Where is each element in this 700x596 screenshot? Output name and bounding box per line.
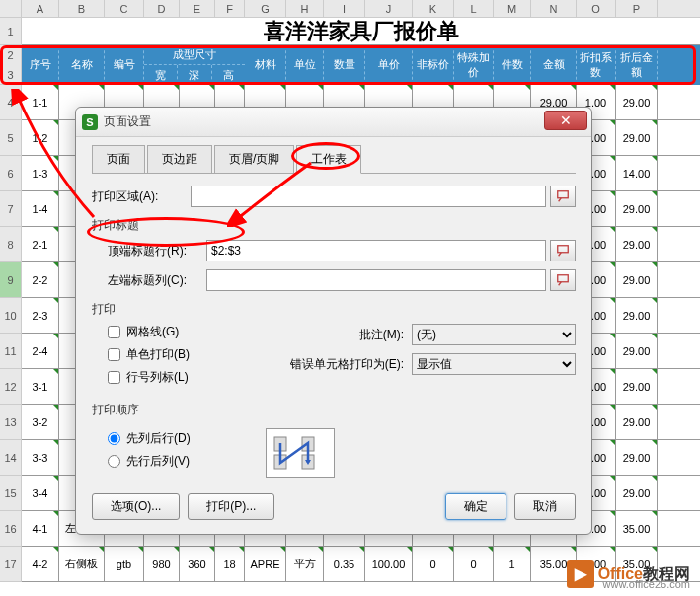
cell[interactable]: 3-1 bbox=[22, 369, 59, 404]
col-header[interactable]: O bbox=[577, 0, 616, 17]
cell[interactable]: 1-1 bbox=[22, 85, 59, 119]
bw-checkbox-row[interactable]: 单色打印(B) bbox=[108, 346, 266, 363]
gridlines-checkbox-row[interactable]: 网格线(G) bbox=[108, 324, 266, 340]
cell[interactable]: 360 bbox=[180, 547, 215, 581]
cancel-button[interactable]: 取消 bbox=[514, 493, 576, 520]
row-header[interactable]: 16 bbox=[0, 511, 22, 547]
th-unit[interactable]: 单位 bbox=[286, 45, 324, 85]
order-down-radio[interactable] bbox=[108, 432, 120, 445]
cell[interactable]: 980 bbox=[144, 547, 180, 581]
row-header[interactable]: 17 bbox=[0, 547, 22, 582]
th-nonstd[interactable]: 非标价 bbox=[413, 45, 454, 85]
cell[interactable]: 29.00 bbox=[616, 85, 658, 119]
row-header[interactable]: 13 bbox=[0, 405, 22, 440]
tab-header[interactable]: 页眉/页脚 bbox=[214, 145, 294, 173]
tab-page[interactable]: 页面 bbox=[92, 145, 145, 173]
row-header-1[interactable]: 1 bbox=[0, 18, 22, 45]
cell[interactable]: 29.00 bbox=[616, 369, 658, 404]
cell[interactable]: 29.00 bbox=[616, 191, 658, 226]
cell[interactable]: 0 bbox=[454, 547, 494, 581]
select-all-corner[interactable] bbox=[0, 0, 22, 17]
col-header[interactable]: K bbox=[413, 0, 454, 17]
col-header[interactable]: P bbox=[616, 0, 658, 17]
cell[interactable]: 29.00 bbox=[616, 405, 658, 439]
col-header[interactable]: E bbox=[180, 0, 215, 17]
cell[interactable]: 29.00 bbox=[616, 334, 658, 368]
cell[interactable]: 右侧板 bbox=[59, 547, 105, 581]
range-picker-button[interactable] bbox=[550, 240, 576, 261]
cell[interactable]: 35.00 bbox=[616, 511, 658, 546]
col-header[interactable]: M bbox=[494, 0, 531, 17]
cell[interactable]: 29.00 bbox=[616, 227, 658, 261]
row-header[interactable]: 10 bbox=[0, 298, 22, 334]
cell[interactable]: 2-3 bbox=[22, 298, 59, 333]
cell[interactable]: 0.35 bbox=[324, 547, 365, 581]
order-over-radio-row[interactable]: 先行后列(V) bbox=[108, 453, 266, 470]
row-header[interactable]: 12 bbox=[0, 369, 22, 405]
tab-margin[interactable]: 页边距 bbox=[147, 145, 212, 173]
cell[interactable]: 18 bbox=[215, 547, 245, 581]
cell[interactable]: 14.00 bbox=[616, 156, 658, 190]
sheet-title[interactable]: 喜洋洋家具厂报价单 bbox=[22, 18, 700, 45]
row-header[interactable]: 6 bbox=[0, 156, 22, 191]
cell[interactable]: 1-3 bbox=[22, 156, 59, 190]
cell[interactable]: 29.00 bbox=[616, 120, 658, 155]
col-header[interactable]: C bbox=[105, 0, 144, 17]
cell[interactable]: 3-4 bbox=[22, 476, 59, 510]
top-row-input[interactable] bbox=[206, 240, 546, 261]
row-header[interactable]: 11 bbox=[0, 334, 22, 369]
th-code[interactable]: 编号 bbox=[105, 45, 144, 85]
errors-select[interactable]: 显示值 bbox=[412, 353, 576, 375]
range-picker-button[interactable] bbox=[550, 269, 576, 291]
close-button[interactable]: ✕ bbox=[544, 111, 587, 130]
order-over-radio[interactable] bbox=[108, 455, 120, 468]
cell[interactable]: 1 bbox=[494, 547, 531, 581]
options-button[interactable]: 选项(O)... bbox=[92, 493, 180, 520]
th-name[interactable]: 名称 bbox=[59, 45, 105, 85]
cell[interactable]: 100.00 bbox=[365, 547, 413, 581]
order-down-radio-row[interactable]: 先列后行(D) bbox=[108, 430, 266, 447]
rowcol-checkbox-row[interactable]: 行号列标(L) bbox=[108, 369, 266, 386]
print-button[interactable]: 打印(P)... bbox=[188, 493, 274, 520]
col-header[interactable]: A bbox=[22, 0, 59, 17]
cell[interactable]: APRE bbox=[245, 547, 286, 581]
cell[interactable]: 4-2 bbox=[22, 547, 59, 581]
row-header[interactable]: 7 bbox=[0, 191, 22, 227]
cell[interactable]: gtb bbox=[105, 547, 144, 581]
cell[interactable]: 29.00 bbox=[616, 440, 658, 475]
th-special[interactable]: 特殊加价 bbox=[454, 45, 494, 85]
row-header[interactable]: 5 bbox=[0, 120, 22, 156]
th-amount[interactable]: 金额 bbox=[531, 45, 577, 85]
row-header[interactable]: 9 bbox=[0, 262, 22, 298]
cell[interactable]: 平方 bbox=[286, 547, 324, 581]
cell[interactable]: 1-2 bbox=[22, 120, 59, 155]
cell[interactable]: 1-4 bbox=[22, 191, 59, 226]
col-header[interactable]: L bbox=[454, 0, 494, 17]
cell[interactable]: 29.00 bbox=[616, 262, 658, 297]
row-header[interactable]: 14 bbox=[0, 440, 22, 476]
col-header[interactable]: I bbox=[324, 0, 365, 17]
tab-sheet[interactable]: 工作表 bbox=[296, 145, 361, 174]
col-header[interactable]: D bbox=[144, 0, 180, 17]
col-header[interactable]: N bbox=[531, 0, 577, 17]
cell[interactable]: 2-2 bbox=[22, 262, 59, 297]
col-header[interactable]: G bbox=[245, 0, 286, 17]
cell[interactable]: 2-1 bbox=[22, 227, 59, 261]
cell[interactable]: 0 bbox=[413, 547, 454, 581]
print-area-input[interactable] bbox=[191, 186, 546, 207]
cell[interactable]: 29.00 bbox=[616, 298, 658, 333]
cell[interactable]: 29.00 bbox=[616, 476, 658, 510]
col-header[interactable]: J bbox=[365, 0, 413, 17]
bw-checkbox[interactable] bbox=[108, 348, 120, 361]
th-pieces[interactable]: 件数 bbox=[494, 45, 531, 85]
rowcol-checkbox[interactable] bbox=[108, 371, 120, 384]
th-seq[interactable]: 序号 bbox=[22, 45, 59, 85]
th-size-group[interactable]: 成型尺寸 宽 深 高 bbox=[144, 45, 245, 85]
cell[interactable]: 3-2 bbox=[22, 405, 59, 439]
range-picker-button[interactable] bbox=[550, 186, 576, 207]
th-final[interactable]: 折后金额 bbox=[616, 45, 658, 85]
th-price[interactable]: 单价 bbox=[365, 45, 413, 85]
row-header[interactable]: 15 bbox=[0, 476, 22, 511]
ok-button[interactable]: 确定 bbox=[445, 493, 506, 520]
gridlines-checkbox[interactable] bbox=[108, 326, 120, 338]
